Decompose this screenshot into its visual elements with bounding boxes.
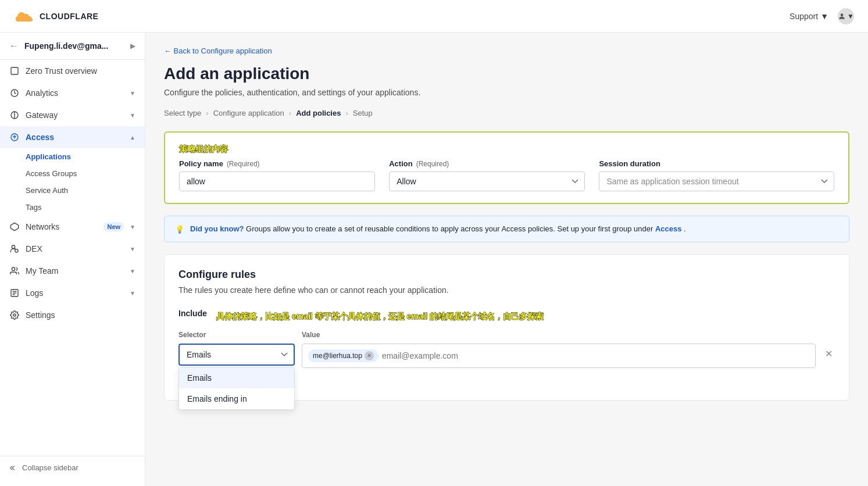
sidebar-sub-tags[interactable]: Tags (26, 199, 145, 216)
rules-card: Configure rules The rules you create her… (164, 254, 849, 401)
policy-session-select[interactable]: Same as application session timeout 30 m… (599, 171, 834, 191)
sidebar-sub-applications[interactable]: Applications (26, 148, 145, 165)
sidebar-item-logs[interactable]: Logs ▼ (0, 282, 145, 304)
annotation-policy: 策略组的内容 (179, 144, 228, 153)
policy-card: 策略组的内容 Policy name (Required) Action (Re… (164, 131, 849, 204)
sidebar-item-zero-trust[interactable]: Zero Trust overview (0, 60, 145, 82)
topnav-right: Support ▼ ▼ (790, 8, 854, 24)
info-banner-text: Groups allow you to create a set of reus… (244, 224, 655, 233)
sidebar-item-label: Zero Trust overview (26, 66, 135, 76)
sidebar-item-my-team[interactable]: My Team ▼ (0, 260, 145, 282)
policy-name-field: Policy name (Required) (179, 159, 375, 191)
include-section: Include 具体的策略，比如是 email 等于某个具体的值，还是 emai… (178, 309, 835, 368)
value-text-input[interactable] (382, 351, 809, 360)
sidebar-item-label: DEX (26, 244, 124, 253)
svg-point-8 (12, 245, 15, 248)
topnav: CLOUDFLARE Support ▼ ▼ (0, 0, 868, 33)
layout: ← Fupeng.li.dev@gma... ▶ Zero Trust over… (0, 33, 868, 486)
gateway-icon (9, 110, 20, 120)
rules-description: The rules you create here define who can… (178, 285, 835, 295)
policy-session-label: Session duration (599, 159, 834, 168)
policy-action-label: Action (Required) (389, 159, 585, 168)
cloudflare-logo-icon (14, 10, 35, 23)
email-tag-value: me@lierhua.top (313, 352, 362, 360)
sidebar-item-networks[interactable]: Networks New ▼ (0, 216, 145, 238)
policy-session-field: Session duration Same as application ses… (599, 159, 834, 191)
dropdown-option-emails-ending[interactable]: Emails ending in (179, 388, 294, 409)
svg-point-9 (15, 249, 18, 252)
page-description: Configure the policies, authentication, … (164, 88, 849, 97)
sidebar-item-access[interactable]: Access ▲ (0, 126, 145, 148)
info-banner: 💡 Did you know? Groups allow you to crea… (164, 216, 849, 242)
svg-point-10 (12, 267, 15, 270)
breadcrumb-step-2: Configure application (213, 109, 284, 117)
sidebar-item-label: Settings (26, 310, 135, 320)
user-icon (838, 12, 846, 21)
sidebar-item-analytics[interactable]: Analytics ▼ (0, 82, 145, 104)
policy-action-select[interactable]: Allow Block Bypass Service Auth (389, 171, 585, 191)
policy-name-label: Policy name (Required) (179, 159, 375, 168)
user-avatar[interactable]: ▼ (838, 8, 854, 24)
sidebar-sub-access-groups[interactable]: Access Groups (26, 165, 145, 182)
back-icon[interactable]: ← (9, 41, 19, 51)
main-content: ← Back to Configure application Add an a… (145, 33, 868, 486)
rules-title: Configure rules (178, 269, 835, 281)
info-banner-title: Did you know? (190, 224, 244, 233)
chevron-up-icon: ▲ (130, 134, 135, 141)
analytics-icon (9, 88, 20, 98)
back-link[interactable]: ← Back to Configure application (164, 47, 849, 55)
settings-icon (9, 310, 20, 320)
logo: CLOUDFLARE (14, 10, 98, 23)
policy-name-input[interactable] (179, 171, 375, 191)
collapse-sidebar-button[interactable]: Collapse sidebar (0, 456, 145, 479)
value-input-wrapper[interactable]: me@lierhua.top ✕ (302, 344, 816, 368)
dex-icon (9, 244, 20, 254)
networks-icon (9, 221, 20, 232)
breadcrumb-sep-1: › (206, 109, 208, 117)
sidebar-item-label: Gateway (26, 110, 124, 120)
account-name: Fupeng.li.dev@gma... (24, 41, 124, 51)
dropdown-option-emails[interactable]: Emails (179, 367, 294, 388)
chevron-down-icon: ▼ (130, 224, 135, 230)
sidebar-item-label: Analytics (26, 88, 124, 98)
chevron-down-icon: ▼ (130, 90, 135, 97)
sidebar-item-dex[interactable]: DEX ▼ (0, 238, 145, 260)
selector-select[interactable]: Emails Emails ending in IP ranges Countr… (178, 344, 295, 366)
new-badge: New (103, 222, 124, 231)
sidebar-item-gateway[interactable]: Gateway ▼ (0, 104, 145, 126)
policy-action-field: Action (Required) Allow Block Bypass Ser… (389, 159, 585, 191)
my-team-icon (9, 266, 20, 276)
email-tag-remove[interactable]: ✕ (365, 351, 374, 360)
access-icon (9, 132, 20, 142)
chevron-down-icon: ▼ (130, 290, 135, 296)
info-banner-link[interactable]: Access (655, 224, 682, 233)
breadcrumb-sep-2: › (289, 109, 291, 117)
breadcrumb-step-3-active: Add policies (296, 109, 341, 117)
selector-label: Selector (178, 331, 295, 339)
chevron-down-icon: ▼ (130, 246, 135, 252)
chevron-down-icon: ▼ (130, 268, 135, 274)
sidebar: ← Fupeng.li.dev@gma... ▶ Zero Trust over… (0, 33, 145, 486)
policy-fields: Policy name (Required) Action (Required)… (179, 159, 834, 191)
include-label: Include (178, 309, 207, 318)
sidebar-sub-service-auth[interactable]: Service Auth (26, 182, 145, 199)
value-label: Value (302, 331, 812, 339)
breadcrumb-step-4: Setup (353, 109, 373, 117)
sidebar-item-label: Logs (26, 288, 124, 298)
breadcrumb: Select type › Configure application › Ad… (164, 109, 849, 117)
sidebar-item-settings[interactable]: Settings (0, 304, 145, 326)
sidebar-item-label: Networks (26, 222, 98, 231)
selector-dropdown: Emails Emails ending in IP ranges Countr… (178, 344, 295, 366)
page-title: Add an application (164, 65, 849, 83)
account-selector[interactable]: ← Fupeng.li.dev@gma... ▶ (0, 33, 145, 60)
support-button[interactable]: Support ▼ (790, 12, 828, 21)
breadcrumb-step-1: Select type (164, 109, 201, 117)
sidebar-item-label: My Team (26, 266, 124, 276)
annotation-rules: 具体的策略，比如是 email 等于某个具体的值，还是 email 的结尾是某个… (216, 312, 544, 322)
svg-marker-7 (10, 223, 18, 230)
svg-rect-1 (11, 67, 18, 74)
remove-row-button[interactable]: ✕ (823, 344, 835, 364)
info-banner-suffix: . (681, 224, 685, 233)
bulb-icon: 💡 (175, 225, 184, 234)
sidebar-item-label: Access (26, 133, 124, 142)
